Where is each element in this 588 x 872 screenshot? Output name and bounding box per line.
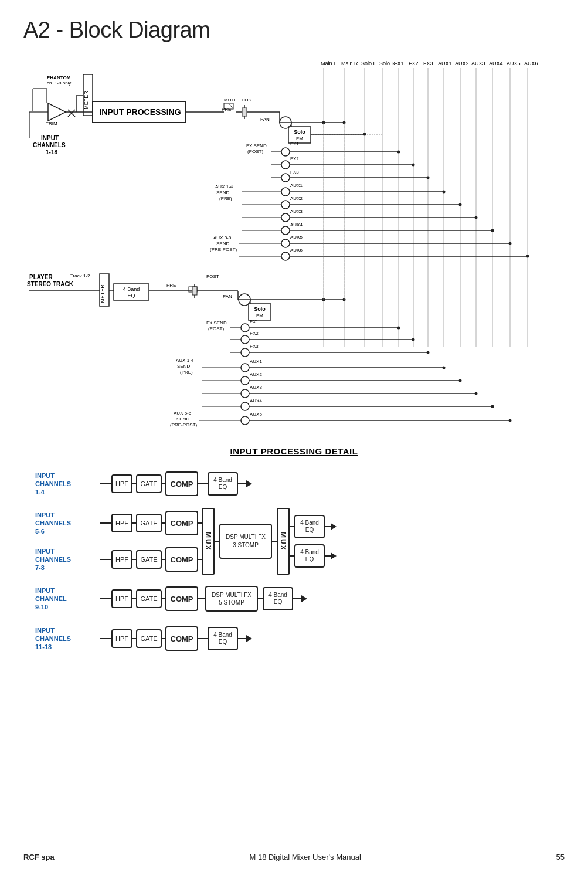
svg-point-181 [241, 364, 249, 372]
line [198, 638, 208, 639]
line [100, 638, 111, 639]
line [238, 483, 246, 484]
svg-text:FX2: FX2 [250, 331, 259, 336]
svg-text:PAN: PAN [223, 294, 232, 299]
svg-point-115 [281, 239, 290, 247]
svg-point-100 [458, 203, 461, 206]
svg-text:FX1: FX1 [290, 141, 299, 147]
svg-text:MUTE: MUTE [224, 97, 237, 103]
line [198, 598, 205, 599]
row-1-4: INPUTCHANNELS1-4 HPF GATE COMP 4 BandEQ [35, 467, 553, 501]
svg-point-82 [412, 164, 414, 167]
svg-text:AUX1: AUX1 [290, 183, 303, 188]
svg-text:PRE: PRE [166, 283, 176, 288]
svg-point-92 [281, 188, 290, 196]
line [293, 598, 301, 599]
line [258, 598, 263, 599]
line [238, 638, 246, 639]
footer: RCF spa M 18 Digital Mixer User's Manual… [23, 849, 565, 861]
svg-marker-30 [48, 103, 66, 121]
comp-box: COMP [165, 547, 198, 572]
svg-point-191 [241, 389, 249, 398]
svg-point-123 [526, 255, 529, 258]
svg-text:AUX2: AUX2 [455, 60, 469, 66]
svg-text:FX3: FX3 [423, 60, 433, 66]
row-9-10: INPUTCHANNEL9-10 HPF GATE COMP DSP MULTI… [35, 582, 553, 616]
channel-label-5-6: INPUTCHANNELS5-6 [35, 511, 100, 536]
block-diagram-svg: Main L Main R Solo L Solo R FX1 FX2 FX3 … [25, 53, 564, 440]
4band-eq-box-top: 4 BandEQ [294, 515, 325, 538]
comp-box: COMP [165, 586, 198, 611]
channel-label-11-18: INPUTCHANNELS11-18 [35, 626, 100, 652]
svg-text:AUX1: AUX1 [250, 359, 262, 364]
svg-text:ch. 1-8 only: ch. 1-8 only [47, 80, 71, 86]
svg-point-110 [491, 229, 494, 232]
svg-text:Solo L: Solo L [361, 60, 376, 66]
hpf-box: HPF [111, 550, 132, 569]
svg-text:AUX 1-4: AUX 1-4 [215, 184, 233, 189]
svg-text:4 Band: 4 Band [123, 286, 140, 292]
chain-1-4: HPF GATE COMP 4 BandEQ [100, 471, 553, 496]
svg-point-118 [508, 242, 511, 245]
svg-text:Track 1-2: Track 1-2 [70, 273, 90, 279]
line [325, 555, 331, 557]
line [290, 555, 294, 557]
svg-text:AUX6: AUX6 [290, 247, 303, 253]
svg-text:AUX3: AUX3 [250, 385, 262, 390]
svg-point-199 [491, 405, 494, 408]
gate-box: GATE [136, 474, 162, 493]
svg-point-166 [397, 327, 400, 330]
rows-5-8: INPUTCHANNELS5-6 HPF GATE COMP [35, 508, 553, 575]
svg-text:STEREO TRACK: STEREO TRACK [27, 281, 74, 287]
arrow [301, 595, 307, 602]
4band-eq-box: 4 BandEQ [208, 627, 238, 650]
row-7-8: INPUTCHANNELS7-8 HPF GATE COMP [35, 544, 202, 575]
svg-text:INPUT: INPUT [41, 135, 59, 141]
dsp-3stomp-box: DSP MULTI FX3 STOMP [219, 524, 272, 559]
svg-text:FX SEND: FX SEND [206, 320, 227, 325]
svg-text:Solo R: Solo R [379, 60, 396, 66]
svg-point-163 [241, 324, 249, 332]
svg-text:SEND: SEND [216, 190, 229, 195]
row-11-18: INPUTCHANNELS11-18 HPF GATE COMP 4 BandE… [35, 622, 553, 656]
footer-right: 55 [556, 853, 565, 861]
footer-left: RCF spa [23, 853, 55, 861]
svg-text:AUX2: AUX2 [250, 372, 262, 377]
rows-5-8-left: INPUTCHANNELS5-6 HPF GATE COMP [35, 508, 202, 575]
svg-point-77 [397, 151, 400, 154]
row-5-6: INPUTCHANNELS5-6 HPF GATE COMP [35, 508, 202, 538]
svg-point-204 [241, 416, 249, 425]
svg-text:PM: PM [256, 313, 263, 318]
output-top: 4 BandEQ [290, 515, 337, 538]
svg-text:(POST): (POST) [208, 326, 224, 331]
svg-text:AUX 5-6: AUX 5-6 [174, 410, 192, 416]
gate-box: GATE [136, 550, 162, 569]
svg-text:Main R: Main R [341, 60, 358, 66]
svg-text:TRIM: TRIM [46, 121, 57, 126]
svg-text:(PRE-POST): (PRE-POST) [170, 422, 198, 427]
svg-point-84 [281, 174, 290, 182]
hpf-box: HPF [111, 474, 132, 493]
line [100, 522, 111, 524]
line [100, 559, 111, 560]
line [100, 598, 111, 599]
svg-text:PRE: PRE [222, 107, 231, 112]
footer-center: M 18 Digital Mixer User's Manual [249, 853, 361, 861]
svg-point-189 [458, 379, 461, 382]
chain-5-6: HPF GATE COMP [100, 511, 202, 535]
svg-text:PLAYER: PLAYER [29, 274, 53, 280]
svg-text:(POST): (POST) [247, 149, 263, 154]
svg-text:AUX 1-4: AUX 1-4 [176, 358, 194, 363]
page: A2 - Block Diagram Main L Main R Solo L … [0, 0, 588, 872]
svg-rect-55 [242, 108, 247, 116]
svg-point-184 [442, 367, 445, 369]
svg-point-74 [281, 148, 290, 156]
svg-rect-145 [192, 287, 197, 295]
svg-text:1-18: 1-18 [46, 149, 57, 155]
arrow [246, 480, 252, 487]
svg-text:METER: METER [83, 91, 89, 110]
svg-point-196 [241, 402, 249, 410]
svg-point-168 [241, 335, 249, 344]
svg-point-194 [474, 392, 477, 395]
svg-point-105 [474, 216, 477, 219]
